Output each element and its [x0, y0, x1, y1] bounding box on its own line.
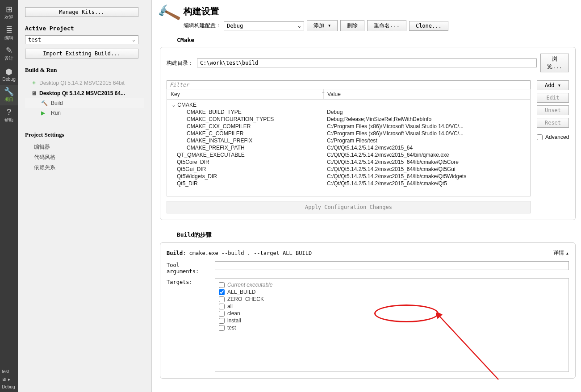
kit-active-label: Desktop Qt 5.14.2 MSVC2015 64... [39, 90, 125, 96]
table-row[interactable]: Qt5_DIRC:/Qt/Qt5.14.2/5.14.2/msvc2015_64… [167, 180, 530, 187]
cmake-panel: 构建目录： 浏览... Filter Key Value CMAKECMAKE_… [160, 47, 576, 220]
chevron-right-icon: ▸ [8, 377, 10, 382]
mode-欢迎[interactable]: ⊞欢迎 [0, 3, 18, 23]
target-checkbox[interactable] [219, 282, 225, 288]
browse-button[interactable]: 浏览... [540, 54, 569, 72]
target-checkbox[interactable] [219, 304, 225, 309]
settings-item[interactable]: 代码风格 [34, 152, 144, 163]
kit-inactive[interactable]: ＋ Desktop Qt 5.14.2 MSVC2015 64bit [25, 77, 144, 88]
build-dir-input[interactable] [197, 58, 537, 67]
caret-down-icon: ▾ [328, 22, 331, 29]
target-item[interactable]: clean [219, 310, 565, 317]
tree-build[interactable]: 🔨 Build [25, 98, 144, 108]
table-row[interactable]: QT_QMAKE_EXECUTABLEC:/Qt/Qt5.14.2/5.14.2… [167, 151, 530, 158]
apply-config-button[interactable]: Apply Configuration Changes [167, 201, 531, 213]
val-cell: C:/Qt/Qt5.14.2/5.14.2/msvc2015_64/lib/cm… [323, 166, 530, 173]
val-cell: C:/Qt/Qt5.14.2/5.14.2/msvc2015_64/bin/qm… [323, 151, 530, 158]
config-label: 编辑构建配置： [184, 22, 221, 29]
tree-build-label: Build [51, 100, 63, 106]
key-cell: CMAKE_PREFIX_PATH [167, 144, 323, 151]
target-label: ZERO_CHECK [227, 296, 264, 302]
build-steps-title: Build的步骤 [157, 231, 581, 239]
build-step-cmd: cmake.exe --build . --target ALL_BUILD [189, 250, 312, 256]
target-item[interactable]: all [219, 303, 565, 310]
table-row[interactable]: CMAKE_C_COMPILERC:/Program Files (x86)/M… [167, 130, 530, 137]
cmake-unset-button[interactable]: Unset [537, 105, 569, 115]
key-cell: Qt5Widgets_DIR [167, 173, 323, 180]
kit-active[interactable]: 🖥 Desktop Qt 5.14.2 MSVC2015 64... [25, 88, 144, 98]
build-step-name: Build [167, 250, 183, 256]
table-row[interactable]: Qt5Core_DIRC:/Qt/Qt5.14.2/5.14.2/msvc201… [167, 158, 530, 166]
col-key[interactable]: Key [167, 89, 323, 99]
mode-icon: ? [7, 108, 11, 116]
cmake-table: Key Value CMAKECMAKE_BUILD_TYPEDebugCMAK… [167, 89, 531, 196]
settings-item[interactable]: 依赖关系 [34, 163, 144, 173]
table-row[interactable]: CMAKE_INSTALL_PREFIXC:/Program Files/tes… [167, 137, 530, 144]
target-checkbox[interactable] [219, 311, 225, 317]
target-item[interactable]: Current executable [219, 281, 565, 288]
table-row[interactable]: CMAKE_PREFIX_PATHC:/Qt/Qt5.14.2/5.14.2/m… [167, 144, 530, 151]
import-build-button[interactable]: Import Existing Build... [25, 49, 138, 58]
target-item[interactable]: ALL_BUILD [219, 288, 565, 296]
col-value[interactable]: Value [323, 89, 530, 99]
project-name-small: test [0, 368, 18, 375]
advanced-checkbox[interactable] [537, 134, 543, 140]
mode-label: Debug [2, 77, 15, 82]
table-row[interactable]: CMAKE_CXX_COMPILERC:/Program Files (x86)… [167, 123, 530, 130]
table-row[interactable]: CMAKE_BUILD_TYPEDebug [167, 108, 530, 116]
target-checkbox[interactable] [219, 296, 225, 302]
val-cell: C:/Program Files (x86)/Microsoft Visual … [323, 130, 530, 137]
cmake-add-button[interactable]: Add ▾ [537, 80, 569, 90]
play-icon: ▶ [41, 110, 47, 116]
mode-label: 欢迎 [4, 14, 13, 21]
tree-run[interactable]: ▶ Run [25, 108, 144, 118]
targets-label: Targets: [167, 278, 209, 285]
target-item[interactable]: install [219, 317, 565, 324]
val-cell: Debug;Release;MinSizeRel;RelWithDebInfo [323, 116, 530, 123]
target-item[interactable]: test [219, 324, 565, 331]
target-item[interactable]: ZERO_CHECK [219, 296, 565, 303]
build-dir-label: 构建目录： [167, 59, 193, 67]
bottom-run-zone: test 🖥 ▸ Debug [0, 367, 18, 392]
table-row[interactable]: CMAKE_CONFIGURATION_TYPESDebug;Release;M… [167, 116, 530, 123]
build-config-select[interactable]: Debug [224, 21, 304, 30]
mode-icon: ≣ [6, 26, 13, 34]
mode-Debug[interactable]: ⬢Debug [0, 64, 18, 85]
tool-args-label: Tool arguments: [167, 261, 209, 275]
table-row[interactable]: Qt5Widgets_DIRC:/Qt/Qt5.14.2/5.14.2/msvc… [167, 173, 530, 180]
run-button[interactable]: 🖥 ▸ [0, 375, 12, 384]
rename-config-button[interactable]: 重命名... [367, 20, 406, 31]
target-checkbox[interactable] [219, 289, 225, 295]
val-cell: Debug [323, 108, 530, 116]
val-cell: C:/Program Files/test [323, 137, 530, 144]
table-row[interactable]: Qt5Gui_DIRC:/Qt/Qt5.14.2/5.14.2/msvc2015… [167, 166, 530, 173]
target-label: all [227, 303, 233, 309]
mode-设计[interactable]: ✎设计 [0, 44, 18, 64]
table-group[interactable]: CMAKE [167, 101, 323, 108]
main-content: 🔨 构建设置 编辑构建配置： Debug 添加▾ 删除 重命名... Clone… [152, 0, 581, 392]
mode-帮助[interactable]: ?帮助 [0, 105, 18, 126]
delete-config-button[interactable]: 删除 [340, 20, 364, 31]
filter-input[interactable]: Filter [167, 80, 531, 89]
key-cell: CMAKE_INSTALL_PREFIX [167, 137, 323, 144]
target-checkbox[interactable] [219, 325, 225, 331]
manage-kits-button[interactable]: Manage Kits... [25, 7, 138, 17]
target-label: clean [227, 310, 240, 317]
page-title: 构建设置 [184, 5, 448, 17]
tool-args-input[interactable] [215, 261, 569, 270]
val-cell: C:/Program Files (x86)/Microsoft Visual … [323, 123, 530, 130]
plus-icon: ＋ [31, 79, 37, 87]
cmake-edit-button[interactable]: Edit [537, 93, 569, 103]
hammer-icon: 🔨 [41, 100, 47, 106]
add-config-button[interactable]: 添加▾ [307, 20, 338, 31]
mode-项目[interactable]: 🔧项目 [0, 85, 18, 105]
project-select[interactable]: test [25, 35, 138, 44]
cmake-reset-button[interactable]: Reset [537, 118, 569, 128]
target-checkbox[interactable] [219, 318, 225, 324]
target-label: install [227, 317, 241, 324]
mode-编辑[interactable]: ≣编辑 [0, 23, 18, 44]
settings-item[interactable]: 编辑器 [34, 142, 144, 152]
clone-config-button[interactable]: Clone... [409, 21, 448, 31]
details-toggle[interactable]: 详情 ▴ [553, 249, 569, 257]
mode-icon: ✎ [6, 46, 13, 54]
